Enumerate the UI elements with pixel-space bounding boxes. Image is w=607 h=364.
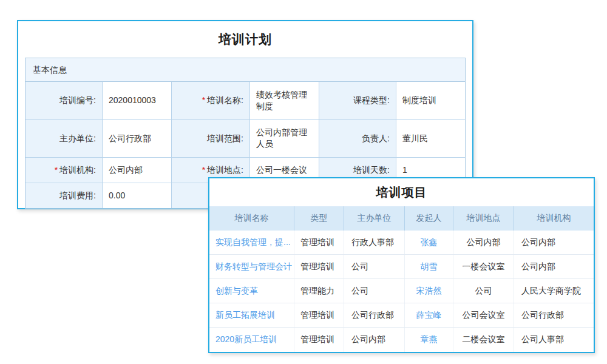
field-label-training-scope: 培训范围:: [172, 120, 250, 158]
column-header-location: 培训地点: [453, 206, 514, 231]
page: 培训计划 基本信息 培训编号: 2020010003 *培训名称: 绩效考核管理…: [0, 0, 607, 364]
org-cell: 公司内部: [514, 255, 594, 278]
host-unit-cell: 公司内部: [344, 328, 405, 352]
host-unit-cell: 行政人事部: [344, 231, 405, 254]
host-unit-cell: 公司: [344, 279, 405, 303]
field-value-person-in-charge: 董川民: [396, 120, 465, 158]
field-value-training-name: 绩效考核管理制度: [250, 82, 319, 120]
required-asterisk: *: [202, 95, 205, 106]
field-label-training-fee: 培训费用:: [25, 183, 103, 208]
training-name-link[interactable]: 2020新员工培训: [209, 328, 294, 352]
basic-info-header: 基本信息: [25, 58, 465, 82]
location-cell: 二楼会议室: [453, 328, 514, 352]
training-name-link[interactable]: 新员工拓展培训: [209, 303, 294, 327]
org-cell: 公司人事部: [514, 328, 594, 352]
field-value-host-unit: 公司行政部: [103, 120, 172, 158]
location-cell: 公司会议室: [453, 303, 514, 327]
host-unit-cell: 公司行政部: [344, 303, 405, 327]
training-plan-title: 培训计划: [18, 21, 472, 58]
type-cell: 管理培训: [294, 231, 344, 254]
org-cell: 人民大学商学院: [514, 279, 594, 303]
field-label-training-name: *培训名称:: [172, 82, 250, 120]
location-cell: 一楼会议室: [453, 255, 514, 278]
table-row: 新员工拓展培训 管理培训 公司行政部 薛宝峰 公司会议室 公司行政部: [209, 303, 594, 328]
field-label-training-org: *培训机构:: [25, 158, 103, 183]
field-label-person-in-charge: 负责人:: [319, 120, 396, 158]
type-cell: 管理培训: [294, 303, 344, 327]
field-value-training-fee: 0.00: [103, 183, 172, 208]
host-unit-cell: 公司: [344, 255, 405, 278]
field-value-training-scope: 公司内部管理人员: [250, 120, 319, 158]
required-asterisk: *: [202, 164, 205, 176]
type-cell: 管理培训: [294, 328, 344, 352]
column-header-host-unit: 主办单位: [344, 206, 405, 231]
required-asterisk: *: [55, 164, 58, 176]
field-value-course-type: 制度培训: [396, 82, 465, 120]
column-header-initiator: 发起人: [405, 206, 453, 231]
initiator-link[interactable]: 章燕: [405, 328, 453, 352]
table-row: 2020新员工培训 管理培训 公司内部 章燕 二楼会议室 公司人事部: [209, 328, 594, 352]
org-cell: 公司内部: [514, 231, 594, 254]
location-cell: 公司内部: [453, 231, 514, 254]
initiator-link[interactable]: 张鑫: [405, 231, 453, 254]
initiator-link[interactable]: 胡雪: [405, 255, 453, 278]
field-label-course-type: 课程类型:: [319, 82, 396, 120]
initiator-link[interactable]: 薛宝峰: [405, 303, 453, 327]
column-header-org: 培训机构: [514, 206, 594, 231]
type-cell: 管理能力: [294, 279, 344, 303]
table-row: 创新与变革 管理能力 公司 宋浩然 公司 人民大学商学院: [209, 279, 594, 303]
table-row: 实现自我管理，提... 管理培训 行政人事部 张鑫 公司内部 公司内部: [209, 231, 594, 255]
field-label-host-unit: 主办单位:: [25, 120, 103, 158]
field-value-training-no: 2020010003: [103, 82, 172, 120]
training-name-link[interactable]: 财务转型与管理会计: [209, 255, 294, 278]
type-cell: 管理培训: [294, 255, 344, 278]
projects-table-header: 培训名称 类型 主办单位 发起人 培训地点 培训机构: [209, 206, 594, 231]
location-cell: 公司: [453, 279, 514, 303]
column-header-training-name: 培训名称: [209, 206, 294, 231]
column-header-type: 类型: [294, 206, 344, 231]
training-projects-panel: 培训项目 培训名称 类型 主办单位 发起人 培训地点 培训机构 实现自我管理，提…: [208, 177, 595, 353]
field-label-training-no: 培训编号:: [25, 82, 103, 120]
initiator-link[interactable]: 宋浩然: [405, 279, 453, 303]
training-name-link[interactable]: 创新与变革: [209, 279, 294, 303]
table-row: 财务转型与管理会计 管理培训 公司 胡雪 一楼会议室 公司内部: [209, 255, 594, 279]
training-name-link[interactable]: 实现自我管理，提...: [209, 231, 294, 254]
training-projects-title: 培训项目: [209, 178, 594, 206]
org-cell: 公司行政部: [514, 303, 594, 327]
field-value-training-org: 公司内部: [103, 158, 172, 183]
